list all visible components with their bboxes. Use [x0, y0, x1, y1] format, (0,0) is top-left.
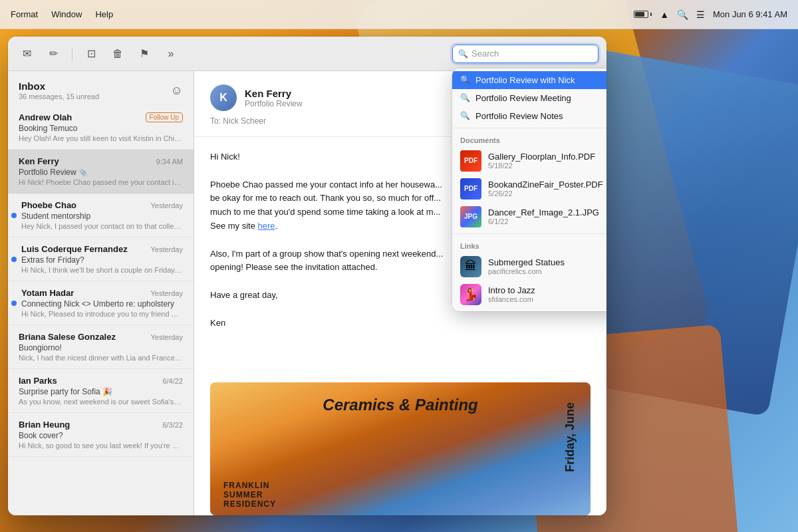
- email-header-2: Ken Ferry 9:34 AM: [19, 156, 183, 166]
- link-info-2: Intro to Jazz sfdances.com: [488, 285, 606, 303]
- email-item-phoebe-chao[interactable]: Phoebe Chao Yesterday Student mentorship…: [8, 194, 194, 237]
- flag-button[interactable]: ⚑: [134, 43, 155, 65]
- email-header-5: Yotam Hadar Yesterday: [21, 288, 183, 298]
- subject-3: Student mentorship: [21, 211, 183, 221]
- menubar-item-help[interactable]: Help: [95, 9, 113, 19]
- email-item-andrew-olah[interactable]: Andrew Olah Follow Up Booking Temuco Hey…: [8, 106, 194, 150]
- email-item-briana[interactable]: Briana Salese Gonzalez Yesterday Buongio…: [8, 325, 194, 369]
- follow-up-badge: Follow Up: [146, 112, 183, 122]
- link-url-1: pacificrelics.com: [488, 267, 606, 275]
- inbox-title: Inbox: [19, 80, 99, 92]
- dropdown-divider-2: [452, 233, 606, 234]
- email-header-8: Brian Heung 6/3/22: [19, 420, 183, 430]
- search-suggestion-1[interactable]: 🔍 Portfolio Review with Nick: [452, 71, 606, 89]
- email-item-ken-ferry[interactable]: Ken Ferry 9:34 AM Portfolio Review 📎 Hi …: [8, 150, 194, 194]
- subject-7: Surprise party for Sofia 🎉: [19, 387, 183, 396]
- suggestion-search-icon-3: 🔍: [460, 111, 470, 120]
- email-header-1: Andrew Olah Follow Up: [19, 112, 183, 122]
- subject-8: Book cover?: [19, 431, 183, 440]
- email-from-name: Ken Ferry: [245, 88, 303, 99]
- email-list: Andrew Olah Follow Up Booking Temuco Hey…: [8, 106, 194, 515]
- toolbar: ✉ ✏ ⊡ 🗑 ⚑ » 🔍 Search 🔍 Portfolio R: [8, 37, 606, 71]
- suggestion-search-icon-1: 🔍: [460, 75, 470, 84]
- preview-7: As you know, next weekend is our sweet S…: [19, 398, 183, 406]
- search-placeholder: Search: [471, 49, 593, 59]
- attachment-big-text: Ceramics & Painting: [323, 396, 477, 414]
- preview-8: Hi Nick, so good to see you last week! I…: [19, 442, 183, 450]
- suggestion-text-2: Portfolio Review Meeting: [475, 93, 571, 103]
- battery-indicator: [634, 11, 652, 18]
- sender-1: Andrew Olah: [19, 112, 72, 122]
- inbox-subtitle: 36 messages, 15 unread: [19, 92, 99, 100]
- sidebar-header: Inbox 36 messages, 15 unread ☺: [8, 71, 194, 106]
- email-header-7: Ian Parks 6/4/22: [19, 376, 183, 386]
- menubar-item-format[interactable]: Format: [11, 9, 38, 19]
- search-suggestion-3[interactable]: 🔍 Portfolio Review Notes: [452, 107, 606, 125]
- preview-3: Hey Nick, I passed your contact on to th…: [21, 222, 183, 230]
- subject-text-2: Portfolio Review: [19, 168, 76, 177]
- unread-dot-4: [11, 257, 17, 262]
- doc-item-2[interactable]: PDF BookandZineFair_Poster.PDF 5/26/22: [452, 175, 606, 203]
- link-url-2: sfdances.com: [488, 295, 606, 303]
- trash-button[interactable]: 🗑: [107, 43, 128, 65]
- body-signature: Ken: [210, 317, 591, 331]
- unread-dot-3: [11, 213, 17, 218]
- doc-info-2: BookandZineFair_Poster.PDF 5/26/22: [488, 180, 606, 198]
- attachment-label-1: FRANKLIN: [223, 481, 276, 490]
- email-item-luis[interactable]: Luis Coderque Fernandez Yesterday Extras…: [8, 237, 194, 281]
- doc-item-1[interactable]: PDF Gallery_Floorplan_Info.PDF 5/18/22: [452, 147, 606, 175]
- sender-3: Phoebe Chao: [21, 200, 76, 210]
- attachment-label-3: RESIDENCY: [223, 499, 276, 509]
- search-suggestion-2[interactable]: 🔍 Portfolio Review Meeting: [452, 89, 606, 107]
- inbox-info: Inbox 36 messages, 15 unread: [19, 80, 99, 100]
- subject-6: Buongiorno!: [19, 343, 183, 352]
- attachment-sub-text: Friday, June: [563, 402, 577, 472]
- menubar-clock: Mon Jun 6 9:41 AM: [713, 9, 787, 19]
- mail-window: ✉ ✏ ⊡ 🗑 ⚑ » 🔍 Search 🔍 Portfolio R: [8, 37, 606, 515]
- email-item-brian[interactable]: Brian Heung 6/3/22 Book cover? Hi Nick, …: [8, 413, 194, 457]
- link-thumb-2: 💃: [460, 284, 481, 305]
- sender-6: Briana Salese Gonzalez: [19, 332, 116, 342]
- doc-date-1: 5/18/22: [488, 162, 606, 170]
- email-header-6: Briana Salese Gonzalez Yesterday: [19, 332, 183, 342]
- section-header-links: Links: [452, 237, 606, 253]
- preview-4: Hi Nick, I think we'll be short a couple…: [21, 266, 183, 274]
- menubar-item-window[interactable]: Window: [51, 9, 82, 19]
- link-item-2[interactable]: 💃 Intro to Jazz sfdances.com: [452, 281, 606, 309]
- date-5: Yesterday: [150, 289, 183, 297]
- dropdown-divider-1: [452, 128, 606, 128]
- preview-2: Hi Nick! Phoebe Chao passed me your cont…: [19, 178, 183, 186]
- email-item-yotam[interactable]: Yotam Hadar Yesterday Connecting Nick <>…: [8, 281, 194, 325]
- date-2: 9:34 AM: [156, 158, 183, 166]
- doc-date-3: 6/1/22: [488, 217, 606, 225]
- control-center-icon[interactable]: ☰: [696, 9, 705, 20]
- date-7: 6/4/22: [162, 377, 183, 385]
- sender-7: Ian Parks: [19, 376, 57, 386]
- compose-button[interactable]: ✏: [43, 43, 64, 65]
- smiley-icon[interactable]: ☺: [171, 84, 183, 98]
- sender-2: Ken Ferry: [19, 156, 59, 166]
- toolbar-separator-1: [72, 47, 72, 61]
- attachment-icon: 📎: [79, 169, 87, 176]
- search-box[interactable]: 🔍 Search: [452, 45, 598, 63]
- link-item-1[interactable]: 🏛 Submerged Statues pacificrelics.com: [452, 253, 606, 281]
- body-link[interactable]: here: [258, 221, 275, 231]
- search-dropdown: 🔍 Portfolio Review with Nick 🔍 Portfolio…: [452, 68, 606, 311]
- doc-item-3[interactable]: JPG Dancer_Ref_Image_2.1.JPG 6/1/22: [452, 203, 606, 231]
- doc-thumb-3: JPG: [460, 206, 481, 227]
- mail-button[interactable]: ✉: [16, 43, 37, 65]
- email-item-ian[interactable]: Ian Parks 6/4/22 Surprise party for Sofi…: [8, 369, 194, 413]
- unread-dot-5: [11, 301, 17, 306]
- doc-info-3: Dancer_Ref_Image_2.1.JPG 6/1/22: [488, 207, 606, 225]
- archive-button[interactable]: ⊡: [80, 43, 102, 65]
- spotlight-icon[interactable]: 🔍: [677, 9, 688, 20]
- menubar-right: ▲ 🔍 ☰ Mon Jun 6 9:41 AM: [634, 9, 787, 20]
- section-header-documents: Documents: [452, 131, 606, 147]
- avatar: K: [210, 84, 237, 111]
- preview-6: Nick, I had the nicest dinner with Lia a…: [19, 354, 183, 362]
- suggestion-search-icon-2: 🔍: [460, 93, 470, 102]
- doc-date-2: 5/26/22: [488, 190, 606, 198]
- menubar-left: Format Window Help: [11, 9, 113, 19]
- more-button[interactable]: »: [160, 43, 182, 65]
- subject-5: Connecting Nick <> Umberto re: upholster…: [21, 299, 183, 309]
